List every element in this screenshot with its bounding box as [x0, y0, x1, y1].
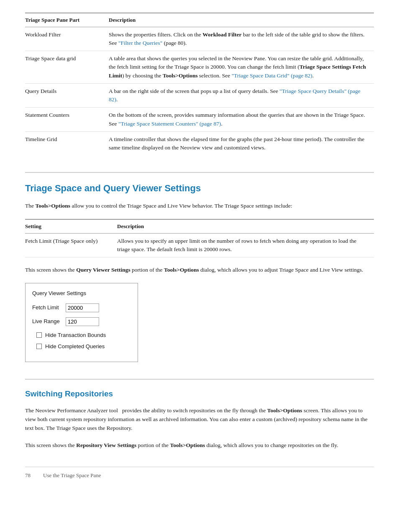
table-row: Workload Filter Shows the properties fil…: [25, 27, 374, 51]
fetch-limit-label: Fetch Limit: [32, 303, 66, 312]
table-row: Triage Space data grid A table area that…: [25, 51, 374, 84]
live-range-input[interactable]: [66, 317, 99, 326]
tools-options-bold3: Tools>Options: [267, 407, 302, 414]
fetch-limit-input[interactable]: [66, 303, 99, 312]
hide-completed-queries-checkbox[interactable]: [36, 344, 42, 349]
link-query-details[interactable]: "Triage Space Query Details" (page 82): [109, 88, 361, 103]
table-row: Timeline Grid A timeline controller that…: [25, 131, 374, 155]
section2-para2: This screen shows the Repository View Se…: [25, 441, 374, 450]
qvs-intro-text: This screen shows the Query Viewer Setti…: [25, 266, 374, 275]
part-label: Statement Counters: [25, 108, 109, 132]
hide-transaction-bounds-label: Hide Transaction Bounds: [45, 331, 106, 339]
part-label: Timeline Grid: [25, 131, 109, 155]
live-range-label: Live Range: [32, 317, 66, 326]
tools-options-bold4: Tools>Options: [170, 442, 205, 448]
page-section-label: Use the Triage Space Pane: [43, 471, 101, 480]
hide-transaction-bounds-checkbox[interactable]: [36, 332, 42, 338]
qvs-box-title: Query Viewer Settings: [32, 289, 129, 298]
table-row: Statement Counters On the bottom of the …: [25, 108, 374, 132]
live-range-row: Live Range: [32, 317, 129, 326]
query-viewer-settings-box: Query Viewer Settings Fetch Limit Live R…: [25, 283, 138, 362]
part-label: Triage Space data grid: [25, 51, 109, 84]
col-desc-header: Description: [109, 13, 374, 27]
link-data-grid[interactable]: "Triage Space Data Grid" (page 82): [232, 72, 312, 79]
desc-col-header: Description: [117, 219, 374, 233]
part-description: A bar on the right side of the screen th…: [109, 83, 374, 108]
table-row: Query Details A bar on the right side of…: [25, 83, 374, 108]
repo-view-settings-bold: Repository View Settings: [76, 442, 136, 448]
page-number: 78: [25, 471, 31, 480]
part-description: A table area that shows the queries you …: [109, 51, 374, 84]
triage-pane-table: Triage Space Pane Part Description Workl…: [25, 13, 374, 155]
tools-options-bold1: Tools>Options: [35, 203, 70, 209]
section1-heading: Triage Space and Query Viewer Settings: [25, 172, 374, 195]
setting-name: Fetch Limit (Triage Space only): [25, 233, 117, 257]
hide-completed-queries-row: Hide Completed Queries: [36, 342, 129, 351]
section2-para1: The Neoview Performance Analyzer tool pr…: [25, 406, 374, 433]
table-row: Fetch Limit (Triage Space only) Allows y…: [25, 233, 374, 257]
fetch-limit-row: Fetch Limit: [32, 303, 129, 312]
col-part-header: Triage Space Pane Part: [25, 13, 109, 27]
section1-intro: The Tools>Options allow you to control t…: [25, 202, 374, 211]
part-description: A timeline controller that shows the ela…: [109, 131, 374, 155]
setting-description: Allows you to specify an upper limit on …: [117, 233, 374, 257]
part-label: Query Details: [25, 83, 109, 108]
hide-completed-queries-label: Hide Completed Queries: [45, 342, 105, 351]
tools-options-bold2: Tools>Options: [164, 267, 199, 273]
link-filter-queries[interactable]: "Filter the Queries": [118, 40, 163, 46]
part-description: On the bottom of the screen, provides su…: [109, 108, 374, 132]
link-statement-counters[interactable]: "Triage Space Statement Counters" (page …: [118, 121, 221, 127]
hide-transaction-bounds-row: Hide Transaction Bounds: [36, 331, 129, 339]
part-description: Shows the properties filters. Click on t…: [109, 27, 374, 51]
settings-table: Setting Description Fetch Limit (Triage …: [25, 219, 374, 257]
section2-heading: Switching Repositories: [25, 379, 374, 400]
part-label: Workload Filter: [25, 27, 109, 51]
page-footer: 78 Use the Triage Space Pane: [25, 467, 374, 480]
setting-col-header: Setting: [25, 219, 117, 233]
qvs-bold: Query Viewer Settings: [76, 267, 130, 273]
